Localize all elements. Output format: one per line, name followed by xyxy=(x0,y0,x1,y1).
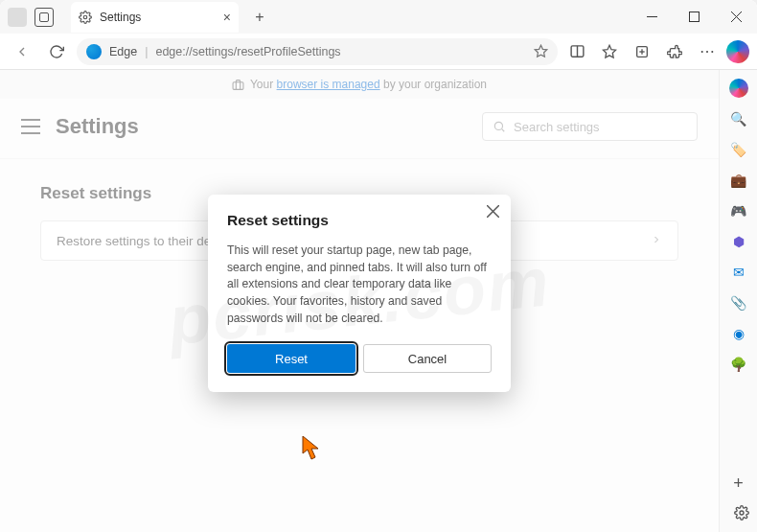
svg-marker-2 xyxy=(535,45,547,57)
address-url: edge://settings/resetProfileSettings xyxy=(155,45,340,58)
toolbar: Edge | edge://settings/resetProfileSetti… xyxy=(0,34,757,70)
reset-button[interactable]: Reset xyxy=(227,344,356,373)
edge-side-icon[interactable]: ◉ xyxy=(728,323,749,344)
tab-label: Settings xyxy=(100,11,141,24)
dialog-body: This will reset your startup page, new t… xyxy=(227,243,492,327)
extensions-icon[interactable] xyxy=(661,38,688,65)
address-bar[interactable]: Edge | edge://settings/resetProfileSetti… xyxy=(77,38,558,65)
workspace-icon[interactable] xyxy=(34,8,54,27)
tab-close-icon[interactable]: × xyxy=(223,10,231,25)
dialog-title: Reset settings xyxy=(227,212,492,229)
modal-overlay: Reset settings This will reset your star… xyxy=(0,70,719,532)
cancel-button[interactable]: Cancel xyxy=(363,344,492,373)
tree-icon[interactable]: 🌳 xyxy=(728,354,749,375)
tab-settings[interactable]: Settings × xyxy=(71,2,239,33)
favorite-icon[interactable] xyxy=(534,44,548,58)
svg-point-0 xyxy=(83,15,87,19)
edge-icon xyxy=(86,44,102,59)
menu-button[interactable]: ⋯ xyxy=(694,38,721,65)
minimize-button[interactable] xyxy=(631,0,673,34)
gear-icon xyxy=(79,11,92,24)
favorites-icon[interactable] xyxy=(596,38,623,65)
copilot-icon[interactable] xyxy=(726,40,749,63)
reset-settings-dialog: Reset settings This will reset your star… xyxy=(208,195,511,392)
outlook-icon[interactable]: ✉ xyxy=(728,262,749,283)
collections-icon[interactable] xyxy=(629,38,655,65)
games-icon[interactable]: 🎮 xyxy=(728,200,749,221)
back-button[interactable] xyxy=(8,37,36,66)
maximize-button[interactable] xyxy=(673,0,715,34)
dialog-close-button[interactable] xyxy=(487,204,499,220)
sidebar: 🔍🏷️💼🎮⬢✉📎◉🌳 + xyxy=(719,70,757,532)
close-window-button[interactable] xyxy=(715,0,757,34)
refresh-button[interactable] xyxy=(42,37,71,66)
search-sidebar-icon[interactable]: 🔍 xyxy=(728,108,749,129)
settings-gear-icon[interactable] xyxy=(734,505,749,524)
title-bar: Settings × + xyxy=(0,0,757,34)
profile-icon[interactable] xyxy=(8,8,27,27)
split-screen-icon[interactable] xyxy=(563,38,590,65)
shopping-icon[interactable]: 🏷️ xyxy=(728,139,749,160)
m365-icon[interactable]: ⬢ xyxy=(728,231,749,252)
svg-marker-5 xyxy=(603,45,615,58)
svg-point-12 xyxy=(740,511,744,515)
copilot-icon[interactable] xyxy=(728,78,749,99)
new-tab-button[interactable]: + xyxy=(248,9,271,26)
add-sidebar-icon[interactable]: + xyxy=(728,473,749,494)
svg-rect-1 xyxy=(689,12,699,22)
briefcase-icon[interactable]: 💼 xyxy=(728,170,749,191)
drop-icon[interactable]: 📎 xyxy=(728,292,749,313)
address-scheme: Edge xyxy=(109,45,137,58)
